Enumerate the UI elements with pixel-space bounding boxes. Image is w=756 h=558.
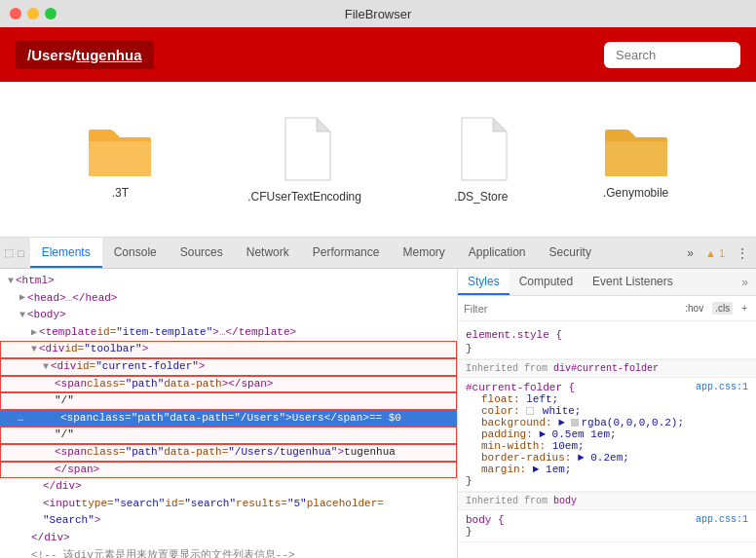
tab-performance[interactable]: Performance <box>301 238 392 268</box>
tab-sources[interactable]: Sources <box>169 238 235 268</box>
file-browser: .3T .CFUserTextEncoding .DS_Store .Genym… <box>0 82 756 238</box>
tag: > <box>337 444 344 462</box>
tree-line[interactable]: ▼ <body> <box>0 307 457 324</box>
tab-memory-label: Memory <box>402 245 444 259</box>
tab-sources-label: Sources <box>180 245 223 259</box>
tree-line[interactable]: <!-- 该div元素是用来放置要显示的文件列表信息--> <box>0 547 457 559</box>
css-rule-header: #current-folder { app.css:1 <box>466 382 748 393</box>
more-tabs-button[interactable]: » <box>683 244 698 262</box>
attr-val: "item-template" <box>116 324 212 342</box>
toggle-icon[interactable]: ▶ <box>19 290 25 306</box>
tab-styles[interactable]: Styles <box>458 269 510 295</box>
file-label: .CFUserTextEncoding <box>247 190 361 204</box>
text-node: "/" <box>55 392 74 410</box>
tree-line[interactable]: ▼ <div id="current-folder" > <box>0 358 457 376</box>
attr-val: "search" <box>114 496 166 513</box>
tab-network[interactable]: Network <box>235 238 301 268</box>
styles-more-button[interactable]: » <box>734 276 756 289</box>
titlebar: FileBrowser <box>0 0 756 27</box>
attr: class= <box>93 410 132 428</box>
attr-val: "search" <box>184 496 236 513</box>
tab-computed-label: Computed <box>519 275 573 288</box>
add-style-button[interactable]: + <box>738 302 750 315</box>
tree-line[interactable]: ▶ <template id="item-template" >…</templ… <box>0 324 457 342</box>
toggle-icon[interactable]: ▼ <box>31 342 37 357</box>
file-label: .DS_Store <box>454 190 508 204</box>
tree-line[interactable]: <input type="search" id="search" results… <box>0 496 457 513</box>
attr-val: "Search" <box>43 512 94 530</box>
path-display[interactable]: /Users/tugenhua <box>16 41 154 69</box>
css-rule-body: body { app.css:1 } <box>458 510 756 542</box>
tab-memory[interactable]: Memory <box>391 238 456 268</box>
app-header: /Users/tugenhua <box>0 27 756 82</box>
styles-panel: Styles Computed Event Listeners » :hov .… <box>458 269 756 558</box>
devtools-tab-bar: ⬚ □ Elements Console Sources Network Per… <box>0 238 756 269</box>
tree-line[interactable]: ▶ <head> … </head> <box>0 290 457 308</box>
tree-line[interactable]: ▼ <html> <box>0 273 457 290</box>
tree-line[interactable]: <span class="path" data-path ></span> <box>0 376 457 393</box>
hover-filter-button[interactable]: :hov <box>682 302 706 315</box>
cursor-icon[interactable]: ⬚ <box>4 246 14 259</box>
cls-filter-button[interactable]: .cls <box>712 302 733 315</box>
tree-line[interactable]: "Search" > <box>0 512 457 530</box>
minimize-button[interactable] <box>27 8 39 19</box>
file-item[interactable]: .3T <box>85 120 155 200</box>
tab-computed[interactable]: Computed <box>510 269 583 295</box>
file-item[interactable]: .Genymobile <box>601 120 671 200</box>
tree-line[interactable]: "/" <box>0 392 457 410</box>
tag: <span <box>55 376 87 393</box>
tab-event-listeners[interactable]: Event Listeners <box>583 269 683 295</box>
tab-console-label: Console <box>114 245 157 259</box>
css-prop: float: left; <box>466 393 748 405</box>
text-node: Users <box>292 410 324 428</box>
tab-application[interactable]: Application <box>457 238 538 268</box>
css-rule-element: element.style { } <box>458 325 756 359</box>
toggle-icon[interactable]: ▼ <box>43 359 49 375</box>
tag: > <box>212 324 219 342</box>
tree-line[interactable]: <span class="path" data-path="/Users/tug… <box>0 444 457 462</box>
filter-input[interactable] <box>464 303 676 315</box>
inherited-source: div#current-folder <box>553 363 659 374</box>
css-source[interactable]: app.css:1 <box>696 382 748 392</box>
html-tag: <html> <box>16 273 55 290</box>
attr-val: "path" <box>126 444 165 462</box>
tree-line[interactable]: </div> <box>0 478 457 496</box>
toggle-icon[interactable]: ▼ <box>19 308 25 323</box>
tab-elements[interactable]: Elements <box>30 238 102 268</box>
tree-line[interactable]: </div> <box>0 530 457 547</box>
color-swatch[interactable] <box>526 407 534 415</box>
inherited-label: Inherited from body <box>458 492 756 510</box>
tree-line[interactable]: "/" <box>0 427 457 444</box>
tab-security[interactable]: Security <box>538 238 603 268</box>
attr: results= <box>236 496 287 513</box>
devtools-menu-button[interactable]: ⋮ <box>733 244 752 262</box>
tree-line-selected[interactable]: … <span class="path" data-path="/Users" … <box>0 410 457 428</box>
tag: </span> <box>55 462 99 479</box>
tab-event-listeners-label: Event Listeners <box>592 275 673 288</box>
filter-bar: :hov .cls + <box>458 296 756 321</box>
tree-line[interactable]: ▼ <div id="toolbar" > <box>0 341 457 358</box>
html-tree[interactable]: ▼ <html> ▶ <head> … </head> ▼ <body> ▶ <box>0 269 458 558</box>
css-selector: body { <box>466 514 505 526</box>
css-source[interactable]: app.css:1 <box>696 514 748 525</box>
maximize-button[interactable] <box>45 8 57 19</box>
tag: </head> <box>72 290 117 308</box>
mobile-icon[interactable]: □ <box>18 247 24 259</box>
window-controls <box>10 8 57 19</box>
devtools-panel: ⬚ □ Elements Console Sources Network Per… <box>0 238 756 558</box>
toggle-icon[interactable]: ▶ <box>31 325 37 341</box>
color-swatch[interactable] <box>571 419 579 427</box>
search-input[interactable] <box>604 42 740 68</box>
tab-console[interactable]: Console <box>102 238 169 268</box>
css-prop: min-width: 10em; <box>466 440 748 452</box>
file-item[interactable]: .CFUserTextEncoding <box>247 116 361 204</box>
attr: id= <box>76 358 95 376</box>
tree-line[interactable]: </span> <box>0 462 457 479</box>
file-item[interactable]: .DS_Store <box>454 116 509 204</box>
tag: > <box>199 358 206 376</box>
close-button[interactable] <box>10 8 21 19</box>
toggle-icon[interactable]: ▼ <box>8 274 14 289</box>
warning-badge: ▲ 1 <box>701 247 729 259</box>
tag: <span <box>55 444 87 462</box>
attr-val: "/Users/tugenhua" <box>228 444 337 462</box>
